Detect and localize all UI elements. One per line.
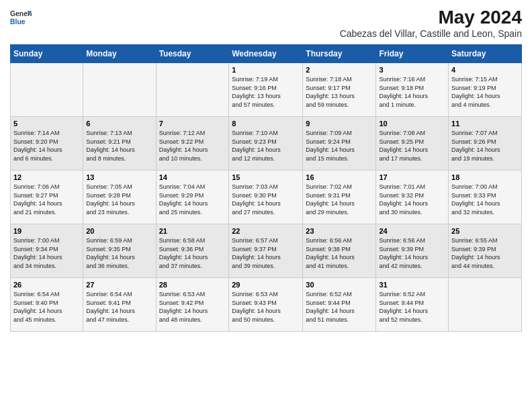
- svg-text:Blue: Blue: [10, 18, 26, 26]
- day-cell: [11, 63, 83, 117]
- day-info: Sunrise: 6:56 AM Sunset: 9:39 PM Dayligh…: [379, 236, 445, 270]
- day-cell: 24Sunrise: 6:56 AM Sunset: 9:39 PM Dayli…: [376, 224, 449, 278]
- day-info: Sunrise: 6:54 AM Sunset: 9:41 PM Dayligh…: [86, 290, 152, 324]
- day-number: 14: [159, 173, 226, 181]
- day-cell: 20Sunrise: 6:59 AM Sunset: 9:35 PM Dayli…: [83, 224, 156, 278]
- day-cell: 23Sunrise: 6:56 AM Sunset: 9:38 PM Dayli…: [303, 224, 376, 278]
- day-info: Sunrise: 6:52 AM Sunset: 9:44 PM Dayligh…: [379, 290, 445, 324]
- day-cell: 30Sunrise: 6:52 AM Sunset: 9:44 PM Dayli…: [303, 278, 376, 332]
- day-info: Sunrise: 6:55 AM Sunset: 9:39 PM Dayligh…: [451, 236, 519, 270]
- day-number: 1: [232, 66, 300, 74]
- day-info: Sunrise: 6:54 AM Sunset: 9:40 PM Dayligh…: [13, 290, 80, 324]
- day-info: Sunrise: 7:00 AM Sunset: 9:34 PM Dayligh…: [13, 236, 80, 270]
- day-cell: 2Sunrise: 7:18 AM Sunset: 9:17 PM Daylig…: [303, 63, 376, 117]
- day-info: Sunrise: 7:07 AM Sunset: 9:26 PM Dayligh…: [451, 129, 519, 163]
- day-cell: 10Sunrise: 7:08 AM Sunset: 9:25 PM Dayli…: [376, 117, 449, 171]
- day-cell: 7Sunrise: 7:12 AM Sunset: 9:22 PM Daylig…: [156, 117, 229, 171]
- day-number: 7: [159, 120, 226, 128]
- day-number: 28: [159, 281, 226, 289]
- day-cell: [83, 63, 156, 117]
- day-cell: 17Sunrise: 7:01 AM Sunset: 9:32 PM Dayli…: [376, 171, 449, 224]
- day-cell: [449, 278, 522, 332]
- week-row-3: 12Sunrise: 7:06 AM Sunset: 9:27 PM Dayli…: [11, 171, 522, 224]
- day-number: 20: [86, 227, 152, 235]
- day-number: 18: [451, 173, 519, 181]
- day-cell: 15Sunrise: 7:03 AM Sunset: 9:30 PM Dayli…: [229, 171, 303, 224]
- calendar-table: SundayMondayTuesdayWednesdayThursdayFrid…: [10, 44, 522, 332]
- col-header-thursday: Thursday: [303, 45, 376, 63]
- day-number: 29: [232, 281, 300, 289]
- col-header-wednesday: Wednesday: [229, 45, 303, 63]
- day-cell: 1Sunrise: 7:19 AM Sunset: 9:16 PM Daylig…: [229, 63, 303, 117]
- day-info: Sunrise: 7:08 AM Sunset: 9:25 PM Dayligh…: [379, 129, 445, 163]
- day-info: Sunrise: 7:09 AM Sunset: 9:24 PM Dayligh…: [306, 129, 373, 163]
- day-number: 26: [13, 281, 80, 289]
- week-row-1: 1Sunrise: 7:19 AM Sunset: 9:16 PM Daylig…: [11, 63, 522, 117]
- subtitle: Cabezas del Villar, Castille and Leon, S…: [340, 28, 522, 39]
- col-header-friday: Friday: [376, 45, 449, 63]
- day-cell: 6Sunrise: 7:13 AM Sunset: 9:21 PM Daylig…: [83, 117, 156, 171]
- day-info: Sunrise: 7:03 AM Sunset: 9:30 PM Dayligh…: [232, 183, 300, 216]
- col-header-tuesday: Tuesday: [156, 45, 229, 63]
- day-number: 15: [232, 173, 300, 181]
- day-info: Sunrise: 7:16 AM Sunset: 9:18 PM Dayligh…: [379, 75, 445, 109]
- day-number: 12: [13, 173, 80, 181]
- day-number: 13: [86, 173, 152, 181]
- logo-icon: General Blue: [10, 7, 32, 28]
- day-number: 3: [379, 66, 445, 74]
- day-cell: 26Sunrise: 6:54 AM Sunset: 9:40 PM Dayli…: [11, 278, 83, 332]
- day-cell: 25Sunrise: 6:55 AM Sunset: 9:39 PM Dayli…: [449, 224, 522, 278]
- page: General Blue May 2024 Cabezas del Villar…: [0, 0, 532, 411]
- day-cell: 3Sunrise: 7:16 AM Sunset: 9:18 PM Daylig…: [376, 63, 449, 117]
- day-cell: 8Sunrise: 7:10 AM Sunset: 9:23 PM Daylig…: [229, 117, 303, 171]
- day-info: Sunrise: 6:58 AM Sunset: 9:36 PM Dayligh…: [159, 236, 226, 270]
- day-number: 17: [379, 173, 445, 181]
- day-cell: [156, 63, 229, 117]
- day-cell: 18Sunrise: 7:00 AM Sunset: 9:33 PM Dayli…: [449, 171, 522, 224]
- day-number: 27: [86, 281, 152, 289]
- week-row-2: 5Sunrise: 7:14 AM Sunset: 9:20 PM Daylig…: [11, 117, 522, 171]
- logo: General Blue: [10, 7, 34, 28]
- day-number: 30: [306, 281, 373, 289]
- week-row-5: 26Sunrise: 6:54 AM Sunset: 9:40 PM Dayli…: [11, 278, 522, 332]
- day-cell: 4Sunrise: 7:15 AM Sunset: 9:19 PM Daylig…: [449, 63, 522, 117]
- header-row: SundayMondayTuesdayWednesdayThursdayFrid…: [11, 45, 522, 63]
- day-cell: 11Sunrise: 7:07 AM Sunset: 9:26 PM Dayli…: [449, 117, 522, 171]
- day-info: Sunrise: 6:52 AM Sunset: 9:44 PM Dayligh…: [306, 290, 373, 324]
- col-header-saturday: Saturday: [449, 45, 522, 63]
- col-header-sunday: Sunday: [11, 45, 83, 63]
- day-cell: 5Sunrise: 7:14 AM Sunset: 9:20 PM Daylig…: [11, 117, 83, 171]
- day-info: Sunrise: 7:01 AM Sunset: 9:32 PM Dayligh…: [379, 183, 445, 216]
- day-info: Sunrise: 7:10 AM Sunset: 9:23 PM Dayligh…: [232, 129, 300, 163]
- day-number: 10: [379, 120, 445, 128]
- day-number: 21: [159, 227, 226, 235]
- day-info: Sunrise: 6:59 AM Sunset: 9:35 PM Dayligh…: [86, 236, 152, 270]
- day-info: Sunrise: 6:57 AM Sunset: 9:37 PM Dayligh…: [232, 236, 300, 270]
- day-cell: 13Sunrise: 7:05 AM Sunset: 9:28 PM Dayli…: [83, 171, 156, 224]
- day-number: 9: [306, 120, 373, 128]
- day-number: 6: [86, 120, 152, 128]
- day-number: 23: [306, 227, 373, 235]
- week-row-4: 19Sunrise: 7:00 AM Sunset: 9:34 PM Dayli…: [11, 224, 522, 278]
- day-info: Sunrise: 7:15 AM Sunset: 9:19 PM Dayligh…: [451, 75, 519, 109]
- day-number: 5: [13, 120, 80, 128]
- day-number: 19: [13, 227, 80, 235]
- day-info: Sunrise: 6:53 AM Sunset: 9:43 PM Dayligh…: [232, 290, 300, 324]
- day-number: 2: [306, 66, 373, 74]
- day-info: Sunrise: 7:00 AM Sunset: 9:33 PM Dayligh…: [451, 183, 519, 216]
- day-info: Sunrise: 7:19 AM Sunset: 9:16 PM Dayligh…: [232, 75, 300, 109]
- day-cell: 9Sunrise: 7:09 AM Sunset: 9:24 PM Daylig…: [303, 117, 376, 171]
- day-number: 31: [379, 281, 445, 289]
- main-title: May 2024: [340, 7, 522, 28]
- day-cell: 28Sunrise: 6:53 AM Sunset: 9:42 PM Dayli…: [156, 278, 229, 332]
- day-info: Sunrise: 6:53 AM Sunset: 9:42 PM Dayligh…: [159, 290, 226, 324]
- day-info: Sunrise: 7:04 AM Sunset: 9:29 PM Dayligh…: [159, 183, 226, 216]
- header: General Blue May 2024 Cabezas del Villar…: [10, 7, 522, 39]
- day-cell: 27Sunrise: 6:54 AM Sunset: 9:41 PM Dayli…: [83, 278, 156, 332]
- col-header-monday: Monday: [83, 45, 156, 63]
- day-cell: 22Sunrise: 6:57 AM Sunset: 9:37 PM Dayli…: [229, 224, 303, 278]
- day-cell: 19Sunrise: 7:00 AM Sunset: 9:34 PM Dayli…: [11, 224, 83, 278]
- day-number: 22: [232, 227, 300, 235]
- day-number: 25: [451, 227, 519, 235]
- day-cell: 16Sunrise: 7:02 AM Sunset: 9:31 PM Dayli…: [303, 171, 376, 224]
